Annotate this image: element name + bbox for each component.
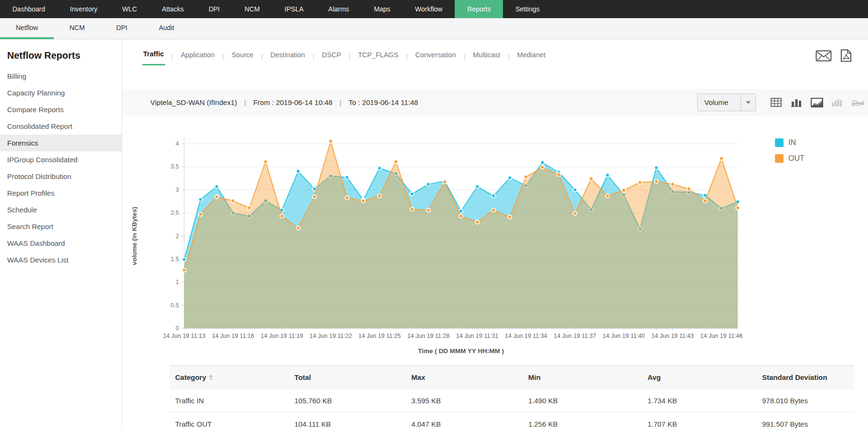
report-tab-conversation[interactable]: Conversation xyxy=(414,47,457,65)
svg-text:1.5: 1.5 xyxy=(171,256,179,262)
report-toolbar: Viptela_SD-WAN (IfIndex1) | From : 2019-… xyxy=(122,89,868,115)
svg-text:3.5: 3.5 xyxy=(171,163,179,170)
sidebar-item-ipgroup-consolidated[interactable]: IPGroup Consolidated xyxy=(0,151,122,168)
report-tab-dscp[interactable]: DSCP xyxy=(321,47,342,65)
column-header-label: Max xyxy=(411,373,425,381)
nav-item-wlc[interactable]: WLC xyxy=(110,0,149,18)
tab-separator: | xyxy=(464,52,465,60)
top-nav: DashboardInventoryWLCAttacksDPINCMIPSLAA… xyxy=(0,0,868,18)
from-datetime: From : 2019-06-14 10:48 xyxy=(253,98,333,106)
nav-item-maps[interactable]: Maps xyxy=(362,0,403,18)
table-row-traffic-in: Traffic IN105.760 KB3.595 KB1.490 KB1.73… xyxy=(169,388,854,412)
svg-text:0.5: 0.5 xyxy=(171,302,179,309)
cell-avg: 1.734 KB xyxy=(642,397,756,405)
column-header-max[interactable]: Max xyxy=(406,373,523,381)
report-tab-source[interactable]: Source xyxy=(230,47,254,65)
cell-min: 1.256 KB xyxy=(523,420,642,428)
nav-item-settings[interactable]: Settings xyxy=(503,0,552,18)
sidebar-item-protocol-distribution[interactable]: Protocol Distribution xyxy=(0,168,122,185)
sort-icon[interactable] xyxy=(209,375,213,380)
traffic-area-chart: 00.511.522.533.5414 Jun 19 11:1314 Jun 1… xyxy=(122,123,771,359)
sidebar-item-capacity-planning[interactable]: Capacity Planning xyxy=(0,84,122,101)
cell-standard-deviation: 991.507 Bytes xyxy=(756,420,854,428)
svg-text:14 Jun 19 11:13: 14 Jun 19 11:13 xyxy=(163,333,206,339)
nav-item-ncm[interactable]: NCM xyxy=(232,0,272,18)
subnav-tab-dpi[interactable]: DPI xyxy=(101,18,143,39)
nav-item-inventory[interactable]: Inventory xyxy=(58,0,110,18)
sidebar-item-billing[interactable]: Billing xyxy=(0,68,122,84)
legend-label: OUT xyxy=(788,154,805,163)
nav-item-dpi[interactable]: DPI xyxy=(196,0,232,18)
table-view-icon[interactable] xyxy=(769,96,783,109)
email-icon[interactable] xyxy=(816,50,832,62)
sidebar-item-report-profiles[interactable]: Report Profiles xyxy=(0,185,122,201)
svg-text:2: 2 xyxy=(176,233,179,240)
sidebar-item-waas-devices-list[interactable]: WAAS Devices List xyxy=(0,252,122,268)
sidebar-item-waas-dashboard[interactable]: WAAS Dashboard xyxy=(0,235,122,252)
cell-max: 4.047 KB xyxy=(406,420,523,428)
nav-item-reports[interactable]: Reports xyxy=(455,0,503,18)
bar-chart-icon[interactable] xyxy=(789,96,804,109)
legend-label: IN xyxy=(788,138,796,147)
svg-text:14 Jun 19 11:37: 14 Jun 19 11:37 xyxy=(554,333,596,339)
summary-table-header: CategoryTotalMaxMinAvgStandard Deviation xyxy=(169,366,854,388)
area-chart-icon[interactable] xyxy=(810,96,824,109)
cell-category: Traffic OUT xyxy=(169,420,289,428)
sidebar-title: Netflow Reports xyxy=(0,50,122,68)
svg-text:14 Jun 19 11:46: 14 Jun 19 11:46 xyxy=(701,333,743,339)
column-header-standard-deviation[interactable]: Standard Deviation xyxy=(756,373,854,381)
report-tab-traffic[interactable]: Traffic xyxy=(142,46,165,65)
nav-item-workflow[interactable]: Workflow xyxy=(403,0,455,18)
legend-item-out[interactable]: OUT xyxy=(775,154,805,163)
svg-text:14 Jun 19 11:43: 14 Jun 19 11:43 xyxy=(651,333,694,339)
column-header-category[interactable]: Category xyxy=(169,373,289,381)
cell-min: 1.490 KB xyxy=(523,397,642,405)
svg-text:14 Jun 19 11:28: 14 Jun 19 11:28 xyxy=(407,333,450,339)
column-header-label: Avg xyxy=(648,373,661,381)
svg-text:14 Jun 19 11:31: 14 Jun 19 11:31 xyxy=(456,333,499,339)
column-header-avg[interactable]: Avg xyxy=(642,373,756,381)
line-chart-icon[interactable] xyxy=(851,96,865,109)
legend-swatch-in xyxy=(775,138,784,147)
sidebar-item-consolidated-report[interactable]: Consolidated Report xyxy=(0,118,122,135)
column-header-min[interactable]: Min xyxy=(523,373,642,381)
report-tab-medianet[interactable]: Medianet xyxy=(516,47,547,65)
cell-total: 104.111 KB xyxy=(289,420,406,428)
report-tab-multicast[interactable]: Multicast xyxy=(472,47,501,65)
cell-total: 105.760 KB xyxy=(289,397,406,405)
legend-item-in[interactable]: IN xyxy=(775,138,805,147)
subnav-tab-audit[interactable]: Audit xyxy=(143,18,190,39)
nav-item-ipsla[interactable]: IPSLA xyxy=(272,0,316,18)
cell-category: Traffic IN xyxy=(169,397,289,405)
summary-table: CategoryTotalMaxMinAvgStandard Deviation… xyxy=(169,366,854,430)
column-header-label: Total xyxy=(294,373,311,381)
secondary-nav: NetflowNCMDPIAudit xyxy=(0,18,868,40)
svg-text:0: 0 xyxy=(176,325,179,332)
table-row-traffic-out: Traffic OUT104.111 KB4.047 KB1.256 KB1.7… xyxy=(169,412,854,430)
svg-text:4: 4 xyxy=(176,140,179,147)
metric-dropdown[interactable]: Volume xyxy=(697,94,756,111)
pdf-export-icon[interactable] xyxy=(840,49,852,62)
subnav-tab-netflow[interactable]: Netflow xyxy=(0,18,54,39)
sidebar-item-search-report[interactable]: Search Report xyxy=(0,218,122,235)
column-header-total[interactable]: Total xyxy=(289,373,406,381)
stacked-bar-chart-icon[interactable] xyxy=(830,96,845,109)
chart-legend: INOUT xyxy=(775,138,805,359)
subnav-tab-ncm[interactable]: NCM xyxy=(54,18,101,39)
sidebar-item-compare-reports[interactable]: Compare Reports xyxy=(0,101,122,118)
tab-separator: | xyxy=(172,52,173,60)
svg-text:14 Jun 19 11:22: 14 Jun 19 11:22 xyxy=(310,333,352,339)
nav-item-dashboard[interactable]: Dashboard xyxy=(0,0,58,18)
report-tab-application[interactable]: Application xyxy=(180,47,216,65)
tab-separator: | xyxy=(508,52,509,60)
chevron-down-icon xyxy=(741,94,755,111)
report-tab-destination[interactable]: Destination xyxy=(270,47,306,65)
nav-item-attacks[interactable]: Attacks xyxy=(149,0,196,18)
sidebar-item-forensics[interactable]: Forensics xyxy=(0,135,122,151)
report-tab-tcp-flags[interactable]: TCP_FLAGS xyxy=(357,47,399,65)
svg-text:volume (in KBytes): volume (in KBytes) xyxy=(131,207,138,265)
nav-item-alarms[interactable]: Alarms xyxy=(316,0,362,18)
sidebar-item-schedule[interactable]: Schedule xyxy=(0,201,122,218)
report-tabs: Traffic|Application|Source|Destination|D… xyxy=(142,46,546,65)
tab-separator: | xyxy=(261,52,262,60)
